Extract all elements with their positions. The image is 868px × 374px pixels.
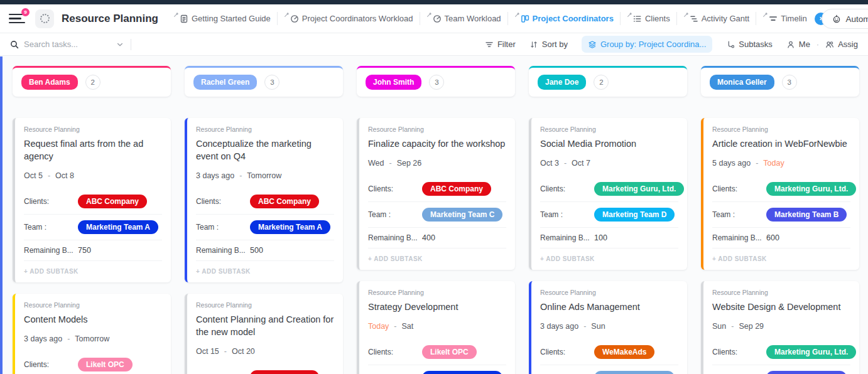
team-chip[interactable]: Marketing Team B bbox=[766, 208, 847, 222]
tab-project-coordinators-workload[interactable]: Project Coordinators Workload bbox=[277, 12, 420, 25]
clients-label: Clients: bbox=[368, 184, 422, 193]
team-chip[interactable]: Marketing Team B bbox=[766, 371, 847, 374]
date-range[interactable]: Oct 15-Oct 20 bbox=[196, 347, 334, 356]
assignees-button[interactable]: Assig bbox=[825, 40, 858, 49]
client-chip[interactable]: ABC Company bbox=[78, 195, 147, 208]
start-date: Oct 15 bbox=[196, 347, 219, 356]
sort-button[interactable]: Sort by bbox=[529, 40, 568, 49]
chevron-down-icon[interactable] bbox=[116, 40, 124, 49]
column-header[interactable]: John Smith3 bbox=[357, 66, 515, 97]
client-chip[interactable]: ABC Company bbox=[422, 182, 491, 196]
card-list-name: Resource Planning bbox=[368, 126, 506, 133]
date-range[interactable]: Oct 3-Oct 7 bbox=[540, 159, 678, 168]
pin-icon bbox=[762, 12, 768, 18]
task-card[interactable]: Resource PlanningConceptualize the marke… bbox=[185, 118, 343, 282]
person-icon bbox=[786, 40, 795, 49]
task-card[interactable]: Resource PlanningStrategy DevelopmentTod… bbox=[357, 281, 515, 374]
tab-getting-started-guide[interactable]: Getting Started Guide bbox=[167, 12, 277, 25]
task-card[interactable]: Resource PlanningOnline Ads Management3 … bbox=[529, 281, 687, 374]
add-subtask-button[interactable]: + ADD SUBTASK bbox=[540, 248, 678, 270]
team-chip[interactable]: Marketing Team C bbox=[422, 208, 502, 222]
column-header[interactable]: Rachel Green3 bbox=[185, 66, 343, 97]
tab-activity-gantt[interactable]: Activity Gantt bbox=[676, 12, 756, 25]
column-header[interactable]: Ben Adams2 bbox=[13, 66, 171, 97]
subtasks-button[interactable]: Subtasks bbox=[726, 40, 772, 49]
add-subtask-button[interactable]: + ADD SUBTASK bbox=[196, 260, 334, 282]
client-chip[interactable]: ABC Company bbox=[250, 370, 319, 374]
board-column-ben-adams: Ben Adams2Resource PlanningRequest final… bbox=[13, 66, 171, 374]
date-range[interactable]: 3 days ago-Sun bbox=[540, 322, 678, 331]
task-card[interactable]: Resource PlanningRequest final arts from… bbox=[13, 118, 171, 282]
date-range[interactable]: 5 days ago-Today bbox=[712, 159, 850, 168]
date-range[interactable]: 3 days ago-Tomorrow bbox=[196, 171, 334, 180]
team-chip[interactable]: Marketing Team A bbox=[78, 220, 158, 234]
card-list-name: Resource Planning bbox=[196, 126, 334, 133]
remaining-budget-value[interactable]: 400 bbox=[422, 233, 435, 242]
task-card[interactable]: Resource PlanningSocial Media PromotionO… bbox=[529, 118, 687, 270]
custom-fields: Clients:Marketing Guru, Ltd.Team :Market… bbox=[712, 339, 850, 374]
team-chip[interactable]: Marketing Team A bbox=[250, 220, 330, 234]
field-row: Clients:ABC Company bbox=[196, 365, 334, 374]
date-dash: - bbox=[394, 322, 396, 331]
task-card[interactable]: Resource PlanningContent Planning and Cr… bbox=[185, 294, 343, 374]
board-column-jane-doe: Jane Doe2Resource PlanningSocial Media P… bbox=[529, 66, 687, 374]
board-icon bbox=[521, 14, 529, 23]
card-list-name: Resource Planning bbox=[712, 289, 850, 296]
clients-label: Clients: bbox=[540, 184, 594, 193]
pin-icon bbox=[173, 12, 179, 18]
client-chip[interactable]: WeMakeAds bbox=[594, 345, 654, 359]
add-subtask-button[interactable]: + ADD SUBTASK bbox=[24, 260, 162, 282]
search-input[interactable] bbox=[24, 40, 111, 49]
client-chip[interactable]: Marketing Guru, Ltd. bbox=[766, 182, 856, 196]
start-date: 3 days ago bbox=[196, 171, 234, 180]
client-chip[interactable]: ABC Company bbox=[250, 195, 319, 208]
team-chip[interactable]: Marketing Team D bbox=[594, 208, 675, 222]
me-filter-button[interactable]: Me bbox=[786, 40, 810, 49]
task-card[interactable]: Resource PlanningArticle creation in Web… bbox=[701, 118, 859, 270]
start-date: Oct 3 bbox=[540, 159, 559, 168]
remaining-budget-value[interactable]: 600 bbox=[766, 233, 779, 242]
column-header[interactable]: Monica Geller3 bbox=[701, 66, 859, 97]
people-icon bbox=[825, 40, 834, 49]
team-chip[interactable]: Marketing Team C bbox=[594, 371, 675, 374]
team-chip[interactable]: Marketing Team A bbox=[422, 371, 502, 374]
remaining-budget-value[interactable]: 750 bbox=[78, 246, 91, 255]
client-chip[interactable]: Marketing Guru, Ltd. bbox=[766, 345, 856, 359]
automation-button[interactable]: Automa bbox=[822, 9, 868, 29]
date-range[interactable]: Sun-Sep 29 bbox=[712, 322, 850, 331]
column-header[interactable]: Jane Doe2 bbox=[529, 66, 687, 97]
field-row: Clients:WeMakeAds bbox=[540, 339, 678, 365]
tab-project-coordinators[interactable]: Project Coordinators bbox=[507, 12, 620, 25]
client-chip[interactable]: Marketing Guru, Ltd. bbox=[594, 182, 684, 196]
add-subtask-button[interactable]: + ADD SUBTASK bbox=[712, 248, 850, 270]
remaining-budget-value[interactable]: 100 bbox=[594, 233, 607, 242]
sidebar-menu-button[interactable]: 9 bbox=[9, 12, 25, 26]
tab-clients[interactable]: Clients bbox=[620, 12, 676, 25]
list-avatar[interactable] bbox=[35, 9, 54, 28]
collapsed-sidebar-strip[interactable] bbox=[0, 56, 3, 374]
add-subtask-button[interactable]: + ADD SUBTASK bbox=[368, 248, 506, 270]
remaining-budget-value[interactable]: 500 bbox=[250, 246, 263, 255]
date-range[interactable]: Wed-Sep 26 bbox=[368, 159, 506, 168]
group-by-button[interactable]: Group by: Project Coordina... bbox=[582, 36, 712, 53]
date-range[interactable]: Oct 5-Oct 8 bbox=[24, 171, 162, 180]
tab-label: Team Workload bbox=[445, 14, 501, 23]
tab-label: Timelin bbox=[781, 14, 806, 23]
date-dash: - bbox=[239, 171, 242, 180]
tab-timelin[interactable]: Timelin bbox=[756, 12, 813, 25]
filter-button[interactable]: Filter bbox=[485, 40, 516, 49]
field-row: Clients:Marketing Guru, Ltd. bbox=[540, 176, 678, 201]
task-card[interactable]: Resource PlanningContent Models3 days ag… bbox=[13, 294, 171, 374]
task-card[interactable]: Resource PlanningWebsite Design & Develo… bbox=[701, 281, 859, 374]
task-count-badge: 2 bbox=[594, 75, 609, 90]
field-row: Team :Marketing Team C bbox=[540, 365, 678, 374]
doc-icon bbox=[180, 14, 188, 23]
tab-team-workload[interactable]: Team Workload bbox=[420, 12, 507, 25]
task-card[interactable]: Resource PlanningFinalize capacity for t… bbox=[357, 118, 515, 270]
client-chip[interactable]: LikeIt OPC bbox=[422, 345, 477, 359]
client-chip[interactable]: LikeIt OPC bbox=[78, 358, 133, 371]
field-row: Team :Marketing Team B bbox=[712, 201, 850, 227]
date-range[interactable]: Today-Sat bbox=[368, 322, 506, 331]
date-range[interactable]: 3 days ago-Tomorrow bbox=[24, 334, 162, 343]
clients-label: Clients: bbox=[196, 197, 250, 206]
